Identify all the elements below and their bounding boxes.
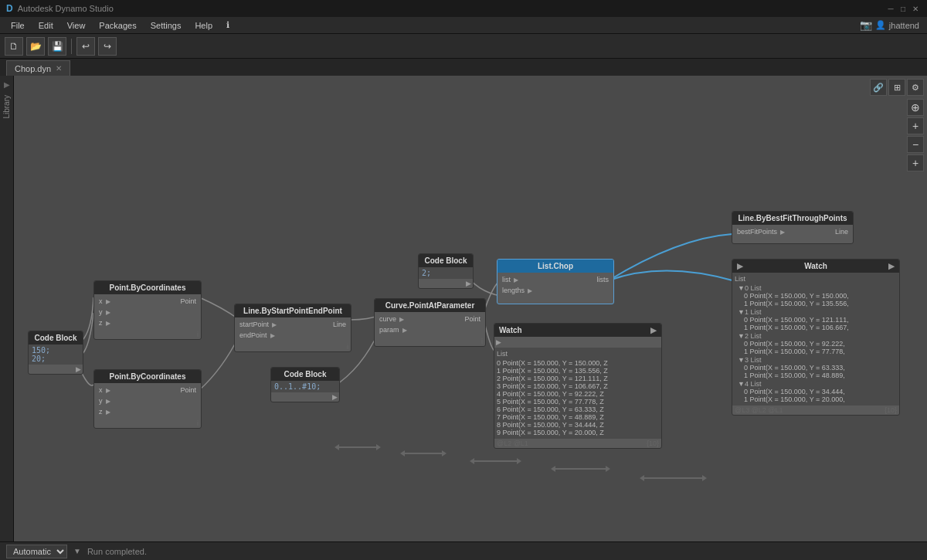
zoom-in-button[interactable]: + [907,117,924,134]
watch-2-title: Watch [804,262,827,270]
node-watch-2-header: ▶ Watch ▶ [732,260,899,273]
canvas-toolbar: 🔗 ⊞ ⚙ [870,79,924,96]
settings-icon[interactable]: ⚙ [907,79,924,96]
sidebar-library-label[interactable]: Library [1,90,12,124]
watch-1-expand[interactable]: ▶ [650,326,657,334]
canvas-arrow-4 [551,466,610,472]
canvas[interactable]: 🔗 ⊞ ⚙ ⊕ + − + [14,76,927,541]
statusbar: Automatic ▼ Run completed. [0,541,927,560]
canvas-arrow-3 [470,458,521,464]
menubar: File Edit View Packages Settings Help ℹ … [0,17,927,34]
canvas-arrow-1 [334,444,381,450]
node-list-chop-header: List.Chop [497,260,613,273]
node-watch-1-header: Watch ▶ [494,324,661,337]
maximize-button[interactable]: □ [898,3,908,14]
user-avatar: 👤 [875,20,886,30]
titlebar-controls: ─ □ ✕ [885,3,921,14]
zoom-extra-button[interactable]: + [907,154,924,171]
watch-2-footer-tags: @L3 @L2 @L1 [735,406,783,414]
toolbar-separator [71,39,72,54]
zoom-controls: ⊕ + − + [907,99,924,171]
node-curve-point-at-param[interactable]: Curve.PointAtParameter curve▶ Point para… [374,298,486,347]
node-point-by-coord-1[interactable]: Point.ByCoordinates x▶ Point y▶ z▶ i [93,280,202,340]
node-code-block-3-header: Code Block [271,368,339,381]
close-button[interactable]: ✕ [910,3,921,14]
menu-info[interactable]: ℹ [220,19,236,32]
menu-packages[interactable]: Packages [93,19,142,32]
tab-label: Chop.dyn [15,64,51,73]
app-icon: D [6,3,13,14]
watch-1-footer-tags: @L2 @L1 [497,440,528,447]
main-area: ▶ Library 🔗 ⊞ ⚙ ⊕ + − + [0,76,927,541]
menu-view[interactable]: View [61,19,92,32]
chevron-down-icon[interactable]: ▼ [73,547,81,555]
tab-close-icon[interactable]: ✕ [56,64,62,73]
node-line-by-start-end[interactable]: Line.ByStartPointEndPoint startPoint▶ Li… [234,304,351,352]
node-code-block-2-content: 2; [419,267,473,279]
node-list-chop[interactable]: List.Chop list▶ lists lengths▶ [497,259,614,304]
node-code-block-3-content: 0..1..#10; [271,381,339,392]
node-curve-point-at-param-header: Curve.PointAtParameter [375,299,485,312]
undo-button[interactable]: ↩ [76,37,95,56]
sidebar-toggle-icon[interactable]: ▶ [4,80,10,89]
node-code-block-2[interactable]: Code Block 2; ▶ [418,253,474,289]
view-link-icon[interactable]: 🔗 [870,79,887,96]
node-code-block-1-header: Code Block [29,331,83,344]
run-mode-select[interactable]: Automatic [6,545,67,558]
node-code-block-2-header: Code Block [419,254,473,267]
tabbar: Chop.dyn ✕ [0,59,927,76]
watch-1-count: {10} [647,440,659,447]
redo-button[interactable]: ↪ [98,37,117,56]
watch-2-count: {10} [885,406,897,414]
app-title: Autodesk Dynamo Studio [18,4,114,13]
titlebar: D Autodesk Dynamo Studio ─ □ ✕ [0,0,927,17]
node-watch-2[interactable]: ▶ Watch ▶ List ▼0 List 0 Point(X = 150.0… [732,259,900,416]
menu-settings[interactable]: Settings [144,19,188,32]
node-point-by-coord-1-header: Point.ByCoordinates [94,281,201,294]
watch-2-connector: ▶ [737,262,743,270]
node-point-by-coord-2[interactable]: Point.ByCoordinates x▶ Point y▶ z▶ i [93,369,202,429]
canvas-arrow-5 [640,475,707,481]
sidebar: ▶ Library [0,76,14,541]
grid-icon[interactable]: ⊞ [888,79,905,96]
open-button[interactable]: 📂 [26,37,45,56]
node-line-best-fit[interactable]: Line.ByBestFitThroughPoints bestFitPoint… [732,211,854,244]
save-button[interactable]: 💾 [48,37,66,56]
minimize-button[interactable]: ─ [885,3,896,14]
node-line-best-fit-header: Line.ByBestFitThroughPoints [732,212,853,225]
menu-edit[interactable]: Edit [32,19,59,32]
node-watch-2-content: List ▼0 List 0 Point(X = 150.000, Y = 15… [732,273,899,406]
node-watch-1[interactable]: Watch ▶ ▶ List 0 Point(X = 150.000, Y = … [494,323,662,449]
node-line-by-start-end-header: Line.ByStartPointEndPoint [235,304,351,317]
node-point-by-coord-2-header: Point.ByCoordinates [94,370,201,383]
new-button[interactable]: 🗋 [5,37,23,56]
status-text: Run completed. [87,547,147,556]
node-watch-1-content: List 0 Point(X = 150.000, Y = 150.000, Z… [494,348,661,439]
menu-help[interactable]: Help [188,19,219,32]
node-code-block-1[interactable]: Code Block 150; 20; ▶ [28,331,83,375]
zoom-fit-button[interactable]: ⊕ [907,99,924,116]
watch-2-expand[interactable]: ▶ [888,262,895,270]
canvas-arrow-2 [400,450,447,456]
camera-icon: 📷 [860,19,872,31]
toolbar: 🗋 📂 💾 ↩ ↪ [0,34,927,59]
username: jhattend [889,21,919,30]
menu-file[interactable]: File [5,19,31,32]
watch-1-title: Watch [499,326,522,334]
zoom-out-button[interactable]: − [907,136,924,153]
titlebar-left: D Autodesk Dynamo Studio [6,3,114,14]
node-code-block-1-content: 150; 20; [29,344,83,365]
node-code-block-3[interactable]: Code Block 0..1..#10; ▶ [270,367,340,402]
tab-chop[interactable]: Chop.dyn ✕ [6,60,70,76]
